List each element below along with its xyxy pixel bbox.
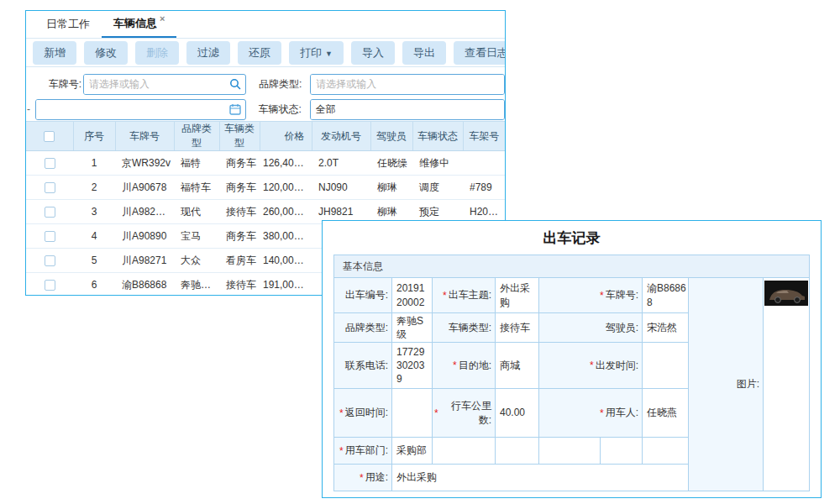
row-checkbox[interactable] (45, 280, 55, 291)
col-seq: 序号 (73, 122, 115, 151)
plate-link[interactable]: 川A90890 (115, 224, 174, 249)
close-icon[interactable]: × (160, 13, 165, 24)
toolbar: 新增 修改 删除 过滤 还原 打印▼ 导入 导出 查看日志 (26, 39, 505, 67)
field-value-destination: 商城 (496, 343, 538, 388)
search-icon[interactable] (225, 78, 245, 90)
field-value-vehicle-type: 接待车 (496, 313, 538, 342)
driver-link[interactable]: 柳琳 (370, 176, 412, 200)
cell-price: 120,000.00 (260, 176, 312, 200)
plate-link[interactable]: 京WR392v (115, 151, 174, 176)
field-value-mileage: 40.00 (496, 389, 538, 437)
record-form-grid: 图片: 出车编号: 2019120002 *出车主题: 外出采购 *车牌 (334, 278, 809, 491)
field-label-image: 图片: (689, 278, 763, 491)
field-label-destination: *目的地: (433, 343, 495, 388)
col-plate: 车牌号 (115, 122, 174, 151)
brand-filter-label: 品牌类型: (251, 77, 302, 92)
delete-button[interactable]: 删除 (135, 41, 179, 65)
filter-button[interactable]: 过滤 (186, 41, 230, 65)
table-row: 1 京WR392v 福特 商务车 126,400.00 2.0T 任晓缲 维修中 (26, 151, 505, 176)
table-header-row: 序号 车牌号 品牌类型 车辆类型 价格 发动机号 驾驶员 车辆状态 车架号 (26, 122, 505, 151)
row-checkbox[interactable] (45, 255, 55, 266)
basic-info-panel: 基本信息 图片: 出车编号: 201912000 (333, 255, 810, 491)
cell-price: 191,000.00 (260, 273, 312, 297)
field-value-plate: 渝B86868 (643, 278, 688, 312)
calendar-icon[interactable] (225, 103, 245, 115)
row-checkbox[interactable] (45, 158, 55, 169)
export-button[interactable]: 导出 (402, 41, 446, 65)
restore-button[interactable]: 还原 (238, 41, 281, 65)
cell-brand: 现代 (174, 200, 219, 224)
row-checkbox[interactable] (45, 182, 55, 193)
filter-area: 车牌号: 品牌类型: - (26, 67, 505, 121)
driver-link[interactable]: 任晓缲 (370, 151, 412, 176)
desktop: 日常工作 车辆信息 × 新增 修改 删除 过滤 还原 打印▼ 导入 导出 查看日… (0, 0, 840, 504)
cell-price: 140,000.00 (260, 249, 312, 273)
section-header: 基本信息 (334, 255, 809, 278)
col-brand: 品牌类型 (174, 122, 219, 151)
field-value-driver: 宋浩然 (643, 313, 688, 342)
cell-brand: 福特 (174, 151, 219, 176)
empty-cell (601, 438, 642, 464)
row-checkbox[interactable] (45, 231, 55, 242)
cell-brand: 福特车 (174, 176, 219, 200)
cell-brand: 宝马 (174, 224, 219, 249)
edit-button[interactable]: 修改 (84, 41, 128, 65)
field-value-depart-time (643, 343, 688, 388)
field-value-user: 任晓燕 (643, 389, 688, 437)
field-value-brand: 奔驰S级 (392, 313, 432, 342)
field-value-dispatch-no: 2019120002 (392, 278, 432, 312)
cell-engine: 2.0T (312, 151, 370, 176)
field-value-department: 采购部 (392, 438, 432, 464)
dispatch-record-window: 出车记录 基本信息 图片: 出车编号: (322, 220, 822, 498)
caret-down-icon: ▼ (325, 50, 333, 58)
plate-link[interactable]: 渝B86868 (115, 273, 174, 297)
tab-bar: 日常工作 车辆信息 × (26, 11, 505, 39)
page-title: 出车记录 (323, 221, 821, 255)
field-label-vehicle-type: 车辆类型: (433, 313, 495, 342)
field-label-dispatch-no: 出车编号: (334, 278, 391, 312)
field-label-phone: 联系电话: (334, 343, 391, 388)
print-dropdown-button[interactable]: 打印▼ (289, 41, 344, 65)
field-label-return-time: *返回时间: (334, 389, 391, 437)
date-range-separator: - (27, 103, 34, 115)
plate-link[interactable]: 川A90678 (115, 176, 174, 200)
vehicle-status-select[interactable] (311, 100, 504, 119)
status-filter-label: 车辆状态: (251, 102, 302, 117)
tab-label: 车辆信息 (113, 16, 157, 31)
field-label-driver: 驾驶员: (539, 313, 642, 342)
cell-status: 维修中 (412, 151, 463, 176)
empty-cell (496, 438, 538, 464)
cell-frame (463, 151, 505, 176)
field-label-department: *用车部门: (334, 438, 391, 464)
cell-seq: 3 (73, 200, 115, 224)
tab-daily-work[interactable]: 日常工作 (34, 11, 102, 38)
field-value-return-time (392, 389, 432, 437)
plate-search-input[interactable] (84, 75, 225, 94)
col-frame: 车架号 (463, 122, 505, 151)
cell-seq: 6 (73, 273, 115, 297)
tab-vehicle-info[interactable]: 车辆信息 × (102, 11, 176, 38)
import-button[interactable]: 导入 (351, 41, 395, 65)
col-type: 车辆类型 (219, 122, 260, 151)
cell-engine: NJ090 (312, 176, 370, 200)
empty-cell (539, 438, 600, 464)
add-button[interactable]: 新增 (33, 41, 76, 65)
view-log-button[interactable]: 查看日志 (454, 41, 506, 65)
field-value-subject: 外出采购 (496, 278, 538, 312)
vehicle-photo (764, 281, 808, 306)
plate-link[interactable]: 川A982780 (115, 200, 174, 224)
field-value-phone: 17729302039 (392, 343, 432, 388)
plate-filter-label: 车牌号: (26, 77, 81, 92)
cell-price: 126,400.00 (260, 151, 312, 176)
cell-type: 商务车 (219, 151, 260, 176)
date-input[interactable] (36, 100, 225, 119)
cell-status: 调度 (412, 176, 463, 200)
cell-seq: 5 (73, 249, 115, 273)
row-checkbox[interactable] (45, 207, 55, 218)
cell-frame: #789 (463, 176, 505, 200)
plate-link[interactable]: 川A98271 (115, 249, 174, 273)
select-all-checkbox[interactable] (44, 131, 55, 142)
empty-cell (433, 438, 495, 464)
cell-type: 接待车 (219, 200, 260, 224)
brand-search-input[interactable] (311, 75, 504, 94)
